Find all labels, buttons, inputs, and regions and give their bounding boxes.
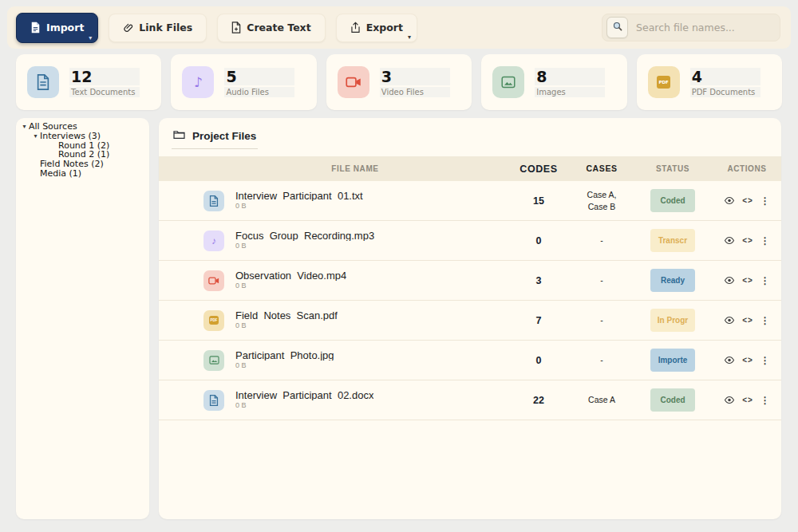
- upload-icon: [350, 22, 361, 33]
- sources-sidebar: ▾ All Sources ▾ Interviews (3) Round 1 (…: [16, 118, 149, 519]
- file-name: Focus_Group_Recording.mp3: [235, 231, 374, 241]
- eye-icon[interactable]: [724, 356, 735, 365]
- eye-icon[interactable]: [724, 236, 735, 245]
- eye-icon[interactable]: [724, 276, 735, 285]
- cases-cell: -: [571, 274, 633, 286]
- table-row[interactable]: ♪ Focus_Group_Recording.mp3 0 B 0 - Tran…: [159, 221, 781, 261]
- tree-item-interviews[interactable]: ▾ Interviews (3): [16, 132, 149, 141]
- table-row[interactable]: PDF Field_Notes_Scan.pdf 0 B 7 - In Prog…: [159, 301, 781, 341]
- status-badge: In Progr: [650, 309, 695, 332]
- stat-value: 8: [535, 68, 605, 85]
- stat-value: 3: [380, 68, 450, 85]
- column-header-cases: CASES: [571, 163, 633, 174]
- create-text-button[interactable]: Create Text: [217, 14, 325, 42]
- project-files-panel: Project Files FILE NAME CODES CASES STAT…: [159, 118, 781, 519]
- file-name: Interview_Participant_02.docx: [235, 391, 373, 400]
- file-size: 0 B: [235, 361, 334, 369]
- file-name: Observation_Video.mp4: [235, 271, 346, 281]
- file-name: Interview_Participant_01.txt: [235, 191, 363, 201]
- stat-card-pdf-documents: PDF 4 PDF Documents: [637, 54, 782, 110]
- file-size: 0 B: [235, 282, 346, 290]
- stat-value: 12: [69, 68, 140, 85]
- status-badge: Transcr: [650, 229, 695, 252]
- code-icon[interactable]: <>: [742, 196, 753, 205]
- status-badge: Coded: [650, 189, 695, 212]
- eye-icon[interactable]: [724, 396, 735, 404]
- kebab-menu-icon[interactable]: ⋮: [760, 395, 770, 406]
- import-button[interactable]: Import ▾: [16, 13, 98, 43]
- file-size: 0 B: [235, 321, 338, 329]
- file-size: 0 B: [235, 242, 374, 250]
- stat-cards: 12 Text Documents ♪ 5 Audio Files 3 Vide…: [16, 54, 782, 110]
- status-badge: Coded: [650, 388, 695, 412]
- tree-item-media[interactable]: Media (1): [16, 169, 149, 179]
- export-button[interactable]: Export ▾: [336, 14, 417, 42]
- stat-card-audio-files: ♪ 5 Audio Files: [171, 54, 316, 110]
- panel-header: Project Files: [159, 118, 781, 156]
- stat-label: PDF Documents: [690, 87, 760, 97]
- import-button-label: Import: [46, 22, 84, 33]
- music-note-icon: ♪: [182, 66, 214, 98]
- file-size: 0 B: [235, 202, 363, 210]
- file-name: Participant_Photo.jpg: [235, 351, 334, 361]
- link-files-button[interactable]: Link Files: [109, 14, 207, 42]
- table-row[interactable]: Participant_Photo.jpg 0 B 0 - Importe <>…: [159, 341, 781, 380]
- create-text-button-label: Create Text: [247, 22, 310, 33]
- code-icon[interactable]: <>: [742, 276, 753, 285]
- import-file-icon: [30, 22, 41, 33]
- table-row[interactable]: Observation_Video.mp4 0 B 3 - Ready <> ⋮: [159, 261, 781, 301]
- eye-icon[interactable]: [724, 316, 735, 325]
- column-header-codes: CODES: [507, 164, 571, 175]
- status-badge: Importe: [650, 349, 695, 372]
- codes-count: 3: [507, 275, 571, 286]
- codes-count: 7: [507, 315, 571, 326]
- file-type-pdf-icon: PDF: [203, 310, 224, 331]
- file-plus-icon: [231, 22, 241, 33]
- chevron-down-icon: ▾: [408, 33, 411, 41]
- kebab-menu-icon[interactable]: ⋮: [760, 355, 770, 366]
- export-button-label: Export: [366, 22, 403, 33]
- search-icon: [612, 20, 623, 35]
- file-type-doc-icon: [203, 390, 224, 411]
- file-type-video-icon: [203, 270, 224, 291]
- table-row[interactable]: Interview_Participant_01.txt 0 B 15 Case…: [159, 181, 781, 221]
- eye-icon[interactable]: [724, 196, 735, 205]
- paperclip-icon: [123, 22, 133, 33]
- column-header-file-name: FILE NAME: [159, 164, 507, 173]
- kebab-menu-icon[interactable]: ⋮: [760, 235, 770, 246]
- file-type-doc-icon: [203, 191, 224, 211]
- search-input[interactable]: [628, 22, 776, 33]
- stat-card-images: 8 Images: [481, 54, 626, 110]
- table-row[interactable]: Interview_Participant_02.docx 0 B 22 Cas…: [159, 380, 781, 420]
- cases-cell: Case A, Case B: [571, 189, 633, 211]
- code-icon[interactable]: <>: [742, 316, 753, 325]
- kebab-menu-icon[interactable]: ⋮: [760, 315, 770, 326]
- table-header: FILE NAME CODES CASES STATUS ACTIONS: [159, 156, 781, 181]
- tree-item-field-notes[interactable]: Field Notes (2): [16, 160, 149, 169]
- link-files-button-label: Link Files: [139, 22, 192, 33]
- file-text-icon: [27, 66, 59, 98]
- app-root: Import ▾ Link Files Create Text Export ▾: [0, 0, 798, 532]
- video-camera-icon: [338, 66, 369, 98]
- stat-label: Text Documents: [69, 87, 140, 97]
- chevron-down-icon: ▾: [89, 34, 92, 41]
- caret-down-icon: ▾: [20, 122, 29, 132]
- file-type-image-icon: [203, 350, 224, 371]
- code-icon[interactable]: <>: [742, 236, 753, 245]
- kebab-menu-icon[interactable]: ⋮: [760, 195, 770, 207]
- codes-count: 0: [507, 355, 571, 366]
- stat-label: Images: [535, 87, 605, 97]
- pdf-badge-icon: PDF: [648, 66, 680, 98]
- file-type-audio-icon: ♪: [203, 231, 224, 251]
- code-icon[interactable]: <>: [742, 356, 753, 365]
- column-header-status: STATUS: [633, 164, 713, 173]
- stat-value: 4: [690, 68, 760, 85]
- cases-cell: -: [571, 314, 633, 325]
- search-icon-button[interactable]: [606, 17, 628, 38]
- kebab-menu-icon[interactable]: ⋮: [760, 275, 770, 286]
- code-icon[interactable]: <>: [742, 396, 753, 404]
- file-size: 0 B: [235, 401, 373, 409]
- cases-cell: -: [571, 354, 633, 365]
- cases-cell: Case A: [571, 394, 633, 405]
- column-header-actions: ACTIONS: [713, 164, 781, 173]
